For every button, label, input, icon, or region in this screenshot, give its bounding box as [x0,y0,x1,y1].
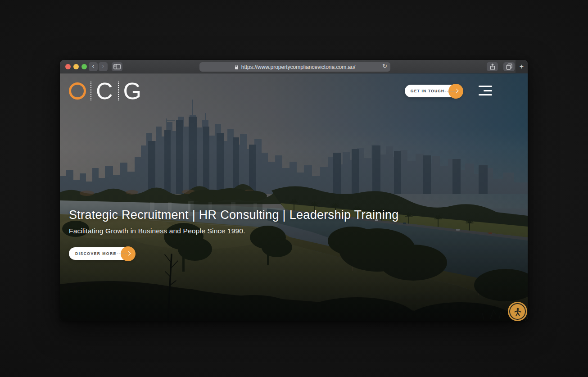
logo-letter-o [69,82,86,100]
forward-icon: › [102,63,104,70]
sidebar-icon [113,64,121,69]
plus-icon: + [520,63,524,71]
share-button[interactable] [487,62,498,71]
logo-letter-c: C [96,81,113,101]
back-button[interactable]: ‹ [89,62,98,71]
accessibility-button[interactable] [508,302,527,321]
sidebar-button[interactable] [112,62,122,71]
webpage-viewport: C G GET IN TOUCH Strategic Recruitment |… [60,73,528,321]
forward-button[interactable]: › [99,62,108,71]
minimize-button[interactable] [73,64,79,69]
accessibility-ring [509,303,526,320]
address-bar[interactable]: https://www.propertycompliancevictoria.c… [199,62,390,72]
lock-icon [235,64,239,70]
tabs-icon [506,64,512,70]
nav-buttons: ‹ › [89,62,108,71]
desktop-background: ‹ › https://www.propert [0,0,588,377]
new-tab-button[interactable]: + [516,60,528,73]
close-button[interactable] [65,64,71,69]
browser-window: ‹ › https://www.propert [60,60,528,321]
logo-letter-g: G [123,81,142,101]
tab-overview-button[interactable] [503,62,515,71]
reload-icon[interactable]: ↻ [382,63,387,69]
hero-title: Strategic Recruitment | HR Consulting | … [69,208,399,222]
share-icon [490,64,495,70]
hamburger-bar [484,90,492,91]
hero-background-video [60,73,528,321]
zoom-button[interactable] [81,64,87,69]
logo-divider [90,82,91,100]
discover-more-button[interactable]: DISCOVER MORE [69,247,135,260]
hamburger-bar [479,94,492,95]
site-logo[interactable]: C G [69,80,142,102]
traffic-lights [65,64,87,69]
browser-toolbar: ‹ › https://www.propert [60,60,528,73]
logo-divider [118,82,119,100]
url-text: https://www.propertycompliancevictoria.c… [241,64,355,70]
back-icon: ‹ [92,63,95,70]
hamburger-bar [479,86,492,87]
hero-subtitle: Facilitating Growth in Business and Peop… [69,227,245,235]
menu-button[interactable] [479,86,492,95]
get-in-touch-button[interactable]: GET IN TOUCH [405,85,462,97]
